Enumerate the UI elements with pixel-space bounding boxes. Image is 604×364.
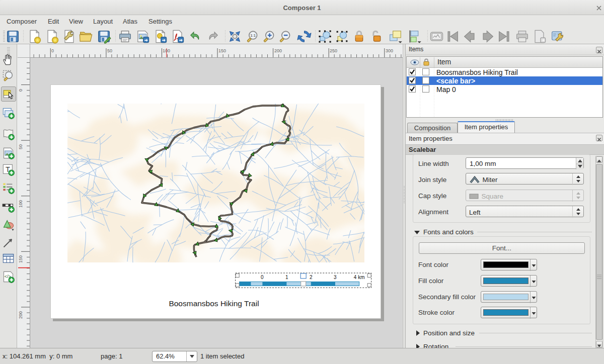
svg-text:1:1: 1:1 <box>250 33 256 38</box>
svg-text:0: 0 <box>261 275 264 280</box>
svg-text:1: 1 <box>285 275 288 280</box>
svg-text:4 km: 4 km <box>354 275 365 280</box>
svg-text:2: 2 <box>310 275 313 280</box>
svg-text:3: 3 <box>334 275 337 280</box>
